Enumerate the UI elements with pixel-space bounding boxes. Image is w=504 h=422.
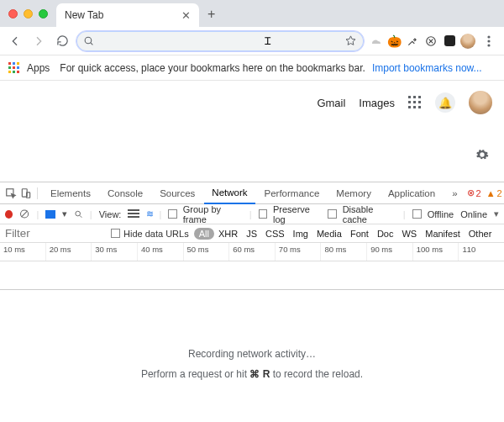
screenshots-icon[interactable]	[45, 210, 55, 219]
kebab-icon	[487, 35, 491, 47]
x-circle-icon	[425, 35, 437, 47]
device-icon[interactable]	[20, 187, 32, 199]
keyboard-shortcut: ⌘ R	[249, 368, 270, 380]
error-icon: ⊗	[467, 187, 475, 198]
group-by-frame-checkbox[interactable]	[168, 209, 176, 219]
extension-icon-3[interactable]	[405, 34, 420, 49]
disable-cache-checkbox[interactable]	[328, 209, 336, 219]
throttling-select[interactable]: Online	[460, 209, 487, 219]
list-view-icon[interactable]	[128, 209, 139, 219]
filter-type-doc[interactable]: Doc	[373, 227, 398, 240]
tab-memory[interactable]: Memory	[328, 182, 379, 204]
filter-type-all[interactable]: All	[194, 228, 214, 240]
hide-data-urls-label: Hide data URLs	[123, 229, 189, 239]
hide-data-urls-checkbox[interactable]	[111, 229, 120, 238]
images-link[interactable]: Images	[359, 97, 395, 109]
eyedropper-icon	[407, 35, 418, 47]
offline-checkbox[interactable]	[412, 209, 422, 219]
error-count[interactable]: ⊗2	[467, 187, 481, 198]
account-avatar[interactable]	[469, 91, 492, 114]
svg-point-0	[85, 37, 92, 44]
customize-button[interactable]	[475, 148, 489, 161]
notifications-button[interactable]: 🔔	[435, 92, 455, 113]
tab-network[interactable]: Network	[204, 182, 255, 204]
preserve-log-label: Preserve log	[273, 204, 321, 224]
close-window-button[interactable]	[8, 9, 18, 18]
record-button[interactable]	[5, 210, 13, 219]
tick: 30 ms	[92, 243, 138, 261]
tab-sources[interactable]: Sources	[152, 182, 202, 204]
new-tab-button[interactable]: +	[199, 7, 223, 27]
tab-application[interactable]: Application	[381, 182, 443, 204]
tab-strip: New Tab ✕ +	[0, 0, 504, 27]
reload-button[interactable]	[52, 31, 72, 51]
gear-icon	[475, 148, 489, 161]
devtools-tab-bar: Elements Console Sources Network Perform…	[0, 182, 504, 204]
tick: 20 ms	[46, 243, 92, 261]
address-input[interactable]	[99, 34, 339, 47]
tab-console[interactable]: Console	[100, 182, 150, 204]
warning-count[interactable]: ▲2	[486, 188, 502, 198]
extension-icon-1[interactable]	[368, 34, 383, 49]
star-icon[interactable]	[344, 34, 357, 47]
browser-tab[interactable]: New Tab ✕	[56, 3, 199, 27]
tabs-overflow[interactable]: »	[444, 182, 465, 204]
close-tab-icon[interactable]: ✕	[181, 9, 191, 22]
google-apps-icon[interactable]	[408, 96, 422, 109]
tick: 90 ms	[367, 243, 413, 261]
maximize-window-button[interactable]	[39, 9, 48, 18]
filter-type-other[interactable]: Other	[465, 227, 496, 240]
arrow-left-icon	[8, 34, 22, 48]
filter-type-xhr[interactable]: XHR	[214, 227, 242, 240]
chrome-menu-button[interactable]	[479, 31, 499, 51]
filter-type-ws[interactable]: WS	[397, 227, 421, 240]
filter-type-img[interactable]: Img	[289, 227, 312, 240]
view-label: View:	[99, 209, 122, 219]
throttling-dropdown-icon[interactable]: ▾	[494, 208, 499, 219]
timeline-ruler[interactable]: 10 ms 20 ms 30 ms 40 ms 50 ms 60 ms 70 m…	[0, 243, 504, 261]
profile-avatar-small[interactable]	[460, 34, 475, 49]
filter-type-media[interactable]: Media	[312, 227, 346, 240]
window-controls	[5, 9, 53, 27]
minimize-window-button[interactable]	[24, 9, 33, 18]
import-bookmarks-link[interactable]: Import bookmarks now...	[372, 62, 482, 74]
apps-icon[interactable]	[8, 62, 20, 74]
cloud-icon	[369, 34, 382, 48]
inspect-icon[interactable]	[5, 187, 17, 199]
tick: 10 ms	[0, 243, 46, 261]
back-button[interactable]	[5, 31, 25, 51]
extension-icon-5[interactable]	[442, 34, 457, 49]
reload-icon	[56, 34, 69, 47]
timeline-tracks[interactable]	[0, 261, 504, 290]
gmail-link[interactable]: Gmail	[317, 97, 345, 109]
browser-toolbar: Ꮖ 🎃	[0, 27, 504, 55]
apps-label[interactable]: Apps	[27, 62, 50, 74]
network-toolbar: | ▾ | View: ≋ | Group by frame | Preserv…	[0, 204, 504, 224]
omnibox[interactable]: Ꮖ	[76, 30, 365, 52]
filter-type-js[interactable]: JS	[242, 227, 261, 240]
bookmarks-bar: Apps For quick access, place your bookma…	[0, 55, 504, 81]
svg-point-12	[75, 211, 80, 216]
search-icon[interactable]	[74, 209, 83, 219]
clear-icon[interactable]	[19, 208, 29, 219]
tab-performance[interactable]: Performance	[257, 182, 328, 204]
search-icon	[83, 35, 94, 46]
recording-hint-text: Perform a request or hit ⌘ R to record t…	[141, 368, 363, 380]
bell-icon: 🔔	[438, 97, 452, 109]
filter-type-manifest[interactable]: Manifest	[421, 227, 465, 240]
bookmark-hint: For quick access, place your bookmarks h…	[60, 62, 365, 74]
filter-type-font[interactable]: Font	[346, 227, 373, 240]
extension-icon-4[interactable]	[423, 34, 438, 49]
waterfall-view-icon[interactable]: ≋	[146, 208, 153, 219]
extension-icon-2[interactable]: 🎃	[386, 34, 402, 49]
filter-input[interactable]	[0, 225, 109, 242]
filter-toggle-icon[interactable]: ▾	[62, 208, 67, 219]
forward-button[interactable]	[29, 31, 49, 51]
preserve-log-checkbox[interactable]	[259, 209, 267, 219]
new-tab-page: Gmail Images 🔔	[0, 81, 504, 182]
tick: 40 ms	[138, 243, 184, 261]
tab-elements[interactable]: Elements	[43, 182, 98, 204]
filter-type-css[interactable]: CSS	[261, 227, 289, 240]
network-empty-state: Recording network activity… Perform a re…	[0, 290, 504, 422]
recording-status-text: Recording network activity…	[188, 348, 316, 360]
